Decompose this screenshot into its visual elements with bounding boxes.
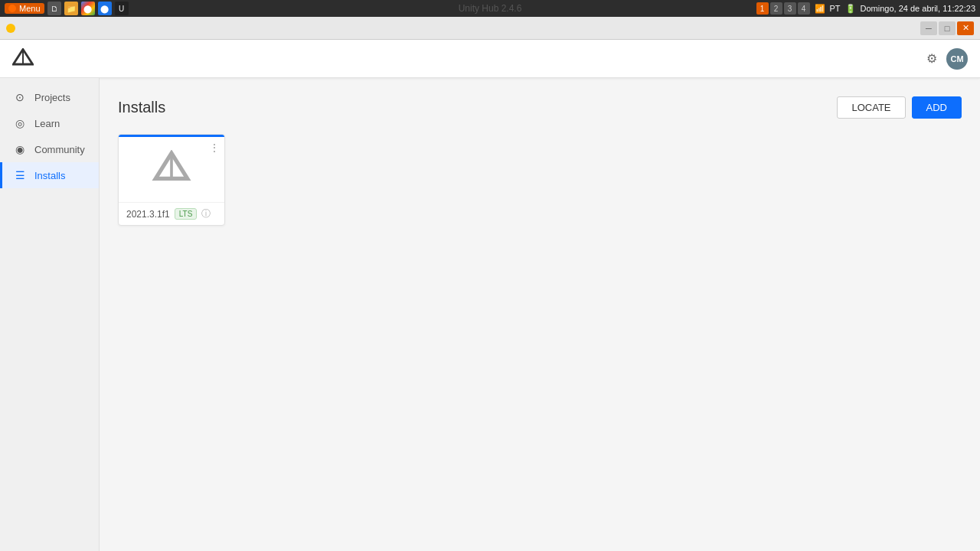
- install-card-body: ⋮: [119, 137, 224, 202]
- taskbar-files-icon[interactable]: 🗋: [47, 2, 61, 15]
- learn-icon: ◎: [13, 117, 27, 129]
- workspace-1[interactable]: 1: [756, 2, 769, 15]
- titlebar-controls: ─ □ ✕: [920, 21, 974, 35]
- minimize-button[interactable]: ─: [920, 21, 937, 35]
- taskbar-title: Unity Hub 2.4.6: [459, 3, 522, 14]
- sidebar-label-community: Community: [34, 144, 85, 155]
- menu-dot: [8, 5, 16, 12]
- taskbar-battery-icon: 🔋: [845, 4, 856, 14]
- install-card[interactable]: ⋮ 2021.3.1f1 LTS ⓘ: [118, 134, 225, 226]
- page-title: Installs: [118, 99, 165, 116]
- community-icon: ◉: [13, 143, 27, 155]
- sidebar-item-community[interactable]: ◉ Community: [0, 136, 99, 162]
- workspace-2[interactable]: 2: [770, 2, 782, 15]
- app-container: ⚙ CM ⊙ Projects ◎ Learn ◉ Community ☰ In…: [0, 40, 980, 551]
- sidebar-item-installs[interactable]: ☰ Installs: [0, 162, 99, 188]
- taskbar-unity-icon[interactable]: U: [115, 2, 129, 15]
- sidebar-label-learn: Learn: [34, 118, 60, 129]
- main-content: Installs LOCATE ADD ⋮: [100, 78, 980, 551]
- taskbar-lang: PT: [830, 4, 841, 13]
- install-version: 2021.3.1f1: [126, 209, 170, 220]
- lts-badge: LTS: [175, 208, 198, 220]
- titlebar-dot: [6, 24, 15, 33]
- unity-logo: [12, 48, 34, 70]
- install-card-footer: 2021.3.1f1 LTS ⓘ: [119, 202, 224, 225]
- app-header: ⚙ CM: [0, 40, 980, 78]
- sidebar: ⊙ Projects ◎ Learn ◉ Community ☰ Install…: [0, 78, 100, 551]
- header-right: ⚙ CM: [926, 48, 968, 70]
- installs-icon: ☰: [13, 169, 27, 181]
- taskbar-left: Menu 🗋 📁 ⬤ ⬤ U: [5, 2, 129, 15]
- user-avatar[interactable]: CM: [946, 48, 968, 70]
- install-card-menu-icon[interactable]: ⋮: [209, 142, 220, 154]
- settings-icon[interactable]: ⚙: [926, 51, 937, 66]
- menu-button[interactable]: Menu: [5, 3, 44, 14]
- taskbar: Menu 🗋 📁 ⬤ ⬤ U Unity Hub 2.4.6 1 2 3 4 📶…: [0, 0, 980, 17]
- restore-button[interactable]: □: [939, 21, 956, 35]
- projects-icon: ⊙: [13, 91, 27, 103]
- titlebar: ─ □ ✕: [0, 17, 980, 40]
- workspaces: 1 2 3 4: [756, 2, 810, 15]
- sidebar-item-projects[interactable]: ⊙ Projects: [0, 84, 99, 110]
- sidebar-label-projects: Projects: [34, 92, 70, 103]
- close-button[interactable]: ✕: [957, 21, 974, 35]
- taskbar-chrome-icon[interactable]: ⬤: [81, 2, 95, 15]
- installs-grid: ⋮ 2021.3.1f1 LTS ⓘ: [118, 134, 962, 226]
- add-button[interactable]: ADD: [912, 96, 962, 119]
- main-header: Installs LOCATE ADD: [118, 96, 962, 119]
- menu-label: Menu: [19, 4, 41, 13]
- main-actions: LOCATE ADD: [837, 96, 962, 119]
- locate-button[interactable]: LOCATE: [837, 96, 905, 119]
- info-icon[interactable]: ⓘ: [201, 207, 211, 220]
- install-unity-logo: [152, 150, 191, 190]
- taskbar-datetime: Domingo, 24 de abril, 11:22:23: [861, 4, 975, 13]
- sidebar-label-installs: Installs: [34, 170, 65, 181]
- workspace-4[interactable]: 4: [798, 2, 810, 15]
- taskbar-chromium-icon[interactable]: ⬤: [98, 2, 112, 15]
- workspace-3[interactable]: 3: [784, 2, 796, 15]
- taskbar-wifi-icon: 📶: [815, 4, 825, 14]
- app-body: ⊙ Projects ◎ Learn ◉ Community ☰ Install…: [0, 78, 980, 551]
- unity-logo-svg: [12, 48, 34, 70]
- sidebar-item-learn[interactable]: ◎ Learn: [0, 110, 99, 136]
- taskbar-right: 1 2 3 4 📶 PT 🔋 Domingo, 24 de abril, 11:…: [756, 2, 976, 15]
- taskbar-folder-icon[interactable]: 📁: [64, 2, 78, 15]
